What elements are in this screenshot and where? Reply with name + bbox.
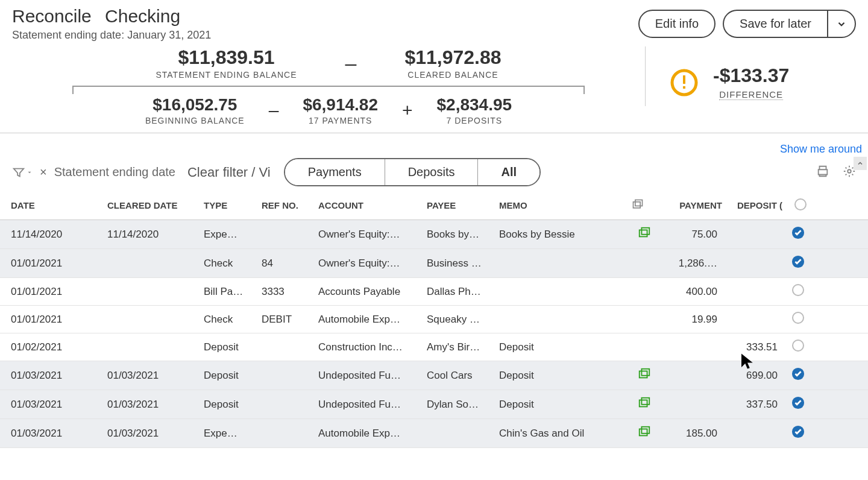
col-deposit[interactable]: DEPOSIT (: [722, 200, 782, 210]
cell-type: Deposit: [204, 341, 262, 353]
check-circle-icon: [791, 367, 805, 381]
cell-cleared: 01/03/2021: [107, 399, 204, 411]
cell-cleared-toggle[interactable]: [782, 367, 819, 384]
cell-payee: Business …: [427, 257, 499, 270]
col-checkbox[interactable]: [782, 198, 819, 212]
empty-circle-icon: [792, 312, 804, 324]
cell-cleared-toggle[interactable]: [782, 226, 819, 242]
svg-rect-16: [640, 429, 647, 435]
svg-rect-5: [635, 200, 643, 206]
tab-payments[interactable]: Payments: [285, 159, 385, 185]
segment-control: Payments Deposits All: [284, 158, 541, 186]
cell-cleared-toggle[interactable]: [782, 425, 819, 441]
payments-label: 17 PAYMENTS: [303, 116, 378, 125]
show-me-around-link[interactable]: Show me around: [0, 133, 868, 156]
cell-type: Expe…: [204, 229, 262, 241]
caret-down-icon: [27, 169, 33, 175]
table-row[interactable]: 01/03/202101/03/2021Expe…Automobile Exp……: [0, 419, 868, 448]
clear-filter-link[interactable]: Clear filter / Vi: [187, 165, 271, 180]
col-payee[interactable]: PAYEE: [427, 200, 499, 210]
deposits-label: 7 DEPOSITS: [437, 116, 512, 125]
statement-ending-balance: $11,839.51 STATEMENT ENDING BALANCE: [156, 46, 297, 80]
svg-rect-10: [640, 371, 647, 377]
page-title: Reconcile Checking: [12, 6, 211, 27]
svg-rect-4: [634, 202, 641, 208]
cell-cleared-toggle[interactable]: [782, 284, 819, 299]
cell-payee: Books by…: [427, 229, 499, 241]
table-row[interactable]: 01/01/2021CheckDEBITAutomobile Exp…Squea…: [0, 306, 868, 333]
cell-date: 01/01/2021: [11, 286, 107, 298]
cell-deposit: 333.51: [722, 341, 782, 353]
scroll-up-button[interactable]: [854, 157, 867, 170]
cell-payment: 75.00: [662, 229, 722, 241]
svg-point-3: [848, 169, 851, 173]
col-type[interactable]: TYPE: [204, 200, 262, 210]
cell-ref: DEBIT: [262, 314, 318, 326]
cell-cleared-toggle[interactable]: [782, 312, 819, 327]
cell-cleared: 01/03/2021: [107, 428, 204, 440]
cell-cleared-toggle[interactable]: [782, 339, 819, 355]
beginning-value: $16,052.75: [145, 95, 245, 115]
tab-all[interactable]: All: [478, 159, 539, 185]
minus-sign: –: [269, 100, 279, 121]
tab-deposits[interactable]: Deposits: [385, 159, 479, 185]
table-row[interactable]: 01/03/202101/03/2021DepositUndeposited F…: [0, 361, 868, 390]
match-icon: [638, 425, 651, 438]
cell-date: 01/02/2021: [11, 341, 107, 353]
check-circle-icon: [791, 425, 805, 438]
svg-rect-1: [683, 75, 685, 84]
select-all-circle[interactable]: [794, 198, 807, 210]
table-row[interactable]: 01/01/2021Check84Owner's Equity:…Busines…: [0, 249, 868, 278]
match-icon: [638, 396, 651, 409]
svg-rect-11: [641, 369, 649, 376]
cell-date: 01/01/2021: [11, 257, 107, 270]
empty-circle-icon: [792, 284, 804, 296]
col-payment[interactable]: PAYMENT: [662, 200, 722, 210]
bracket-divider: [72, 86, 585, 93]
table-row[interactable]: 11/14/202011/14/2020Expe…Owner's Equity:…: [0, 220, 868, 249]
cell-account: Undeposited Fu…: [318, 399, 427, 411]
col-ref[interactable]: REF NO.: [262, 200, 318, 210]
col-match[interactable]: [632, 198, 662, 212]
table-row[interactable]: 01/03/202101/03/2021DepositUndeposited F…: [0, 390, 868, 419]
cell-date: 01/03/2021: [11, 370, 107, 382]
print-button[interactable]: [816, 165, 829, 180]
plus-sign: +: [402, 100, 413, 121]
cell-match: [632, 396, 662, 412]
cell-ref: 84: [262, 257, 318, 270]
cell-type: Deposit: [204, 370, 262, 382]
cell-payee: Cool Cars: [427, 370, 499, 382]
edit-info-button[interactable]: Edit info: [638, 10, 715, 38]
save-for-later-button[interactable]: Save for later: [723, 10, 827, 38]
col-cleared-date[interactable]: CLEARED DATE: [107, 200, 204, 210]
filter-button[interactable]: [12, 166, 33, 179]
warning-icon: [670, 68, 699, 97]
funnel-icon: [12, 166, 25, 179]
table-row[interactable]: 01/01/2021Bill Pa…3333Accounts PayableDa…: [0, 278, 868, 306]
cell-cleared-toggle[interactable]: [782, 396, 819, 412]
difference-label: DIFFERENCE: [719, 89, 783, 100]
col-date[interactable]: DATE: [11, 200, 107, 210]
difference-block[interactable]: -$133.37 DIFFERENCE: [713, 65, 789, 100]
col-account[interactable]: ACCOUNT: [318, 200, 427, 210]
payments-total: $6,914.82 17 PAYMENTS: [303, 95, 378, 125]
cell-cleared: 01/03/2021: [107, 370, 204, 382]
cell-account: Accounts Payable: [318, 286, 427, 298]
cell-payment: 1,286.…: [662, 257, 722, 270]
cell-date: 11/14/2020: [11, 229, 107, 241]
minus-sign: –: [345, 51, 356, 75]
table-row[interactable]: 01/02/2021DepositConstruction Inc…Amy's …: [0, 333, 868, 361]
statement-ending-subtitle: Statement ending date: January 31, 2021: [12, 29, 211, 42]
empty-circle-icon: [792, 339, 804, 352]
cell-payee: Dallas Ph…: [427, 286, 499, 298]
cell-memo: Deposit: [499, 341, 632, 353]
payments-value: $6,914.82: [303, 95, 378, 115]
clear-filter-x[interactable]: ×: [40, 165, 47, 179]
save-dropdown-button[interactable]: [827, 10, 856, 38]
cell-payee: Dylan So…: [427, 399, 499, 411]
col-memo[interactable]: MEMO: [499, 200, 632, 210]
cell-cleared-toggle[interactable]: [782, 255, 819, 271]
cell-type: Check: [204, 314, 262, 326]
account-name: Checking: [105, 6, 180, 26]
cell-payee: Amy's Bir…: [427, 341, 499, 353]
